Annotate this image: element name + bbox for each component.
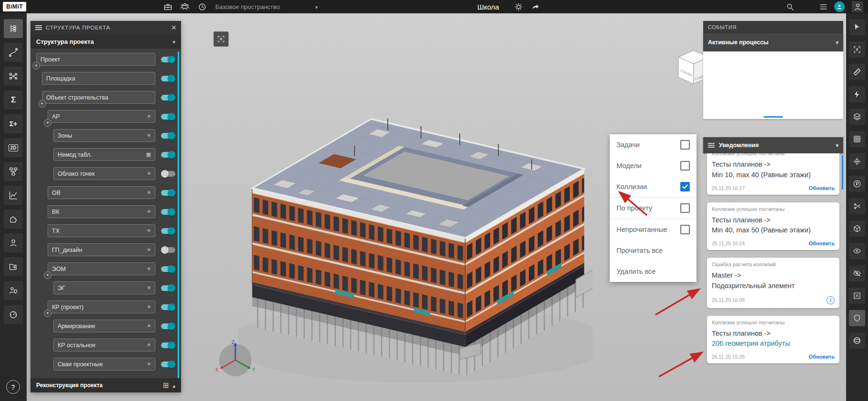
toolbox-button[interactable] xyxy=(162,1,173,12)
settings-button[interactable] xyxy=(513,1,524,12)
tree-node[interactable]: ЭОМ xyxy=(48,262,155,275)
close-icon[interactable] xyxy=(171,23,176,32)
zoom-extents-button[interactable] xyxy=(213,31,229,47)
tree-node[interactable]: Сваи проектные xyxy=(53,358,155,371)
help-button[interactable]: ? xyxy=(6,380,20,394)
refresh-link[interactable]: Обновить xyxy=(809,241,835,246)
visibility-toggle[interactable] xyxy=(161,266,175,272)
tool-sphere[interactable] xyxy=(849,332,865,349)
tool-dashboard[interactable] xyxy=(4,305,23,324)
visibility-toggle[interactable] xyxy=(161,285,175,291)
notifications-filter-icon[interactable] xyxy=(708,143,715,148)
checkbox[interactable] xyxy=(680,203,690,213)
menu-item-delete-all[interactable]: Удалить все xyxy=(610,261,696,282)
tree-node[interactable]: КР остальное xyxy=(53,339,155,351)
tree-node[interactable]: ВК xyxy=(48,205,155,218)
visibility-toggle[interactable] xyxy=(161,247,175,253)
visibility-toggle[interactable] xyxy=(161,114,175,120)
reconstruction-section[interactable]: Реконструкция проекта xyxy=(30,378,181,392)
expand-icon[interactable] xyxy=(32,62,40,70)
menu-item-mark-all-read[interactable]: Прочитать все xyxy=(610,240,696,261)
tree-node[interactable]: Немод.табл. xyxy=(53,148,155,161)
menu-item-by-project[interactable]: По проекту xyxy=(610,198,696,219)
info-icon[interactable] xyxy=(827,296,835,304)
tool-user-location[interactable] xyxy=(4,281,23,300)
tree-node[interactable]: АР xyxy=(48,110,155,123)
visibility-toggle[interactable] xyxy=(161,323,175,329)
section-header[interactable]: Структура проекта xyxy=(30,34,181,49)
visibility-toggle[interactable] xyxy=(161,95,175,100)
checkbox[interactable] xyxy=(680,225,690,234)
tool-sigma[interactable]: Σ xyxy=(4,90,23,110)
tree-node[interactable]: ГП_дизайн xyxy=(48,243,155,256)
refresh-link[interactable]: Обновить xyxy=(809,185,835,191)
tool-hide[interactable] xyxy=(849,265,865,281)
notification-card[interactable]: Ошибка расчета коллизий Master -> Подозр… xyxy=(707,258,839,308)
menu-item-models[interactable]: Модели xyxy=(610,155,696,176)
tool-view-2d[interactable]: 2D xyxy=(4,138,23,157)
tool-spline[interactable] xyxy=(4,43,23,62)
tool-flash[interactable] xyxy=(849,86,865,102)
axis-gizmo[interactable]: Z X Y xyxy=(213,338,257,382)
tool-graph[interactable] xyxy=(4,186,23,205)
menu-item-collisions[interactable]: Коллизии xyxy=(610,176,696,197)
tool-section[interactable] xyxy=(849,198,865,214)
visibility-toggle[interactable] xyxy=(161,133,175,139)
tool-share-folder[interactable] xyxy=(4,257,23,276)
school-3d-model[interactable] xyxy=(238,89,593,393)
tree-node[interactable]: ОВ xyxy=(48,186,155,199)
tool-remove-box[interactable] xyxy=(849,288,865,304)
checkbox[interactable] xyxy=(680,182,690,191)
tool-scheme[interactable] xyxy=(4,162,23,181)
panel-scrollbar[interactable] xyxy=(178,51,179,385)
visibility-toggle[interactable] xyxy=(161,171,175,177)
tool-show[interactable] xyxy=(849,243,865,259)
tool-layers[interactable] xyxy=(849,109,865,125)
visibility-toggle[interactable] xyxy=(161,152,175,158)
panel-menu-icon[interactable] xyxy=(35,25,42,30)
horizontal-scrollbar[interactable] xyxy=(764,116,783,118)
tool-grid[interactable] xyxy=(849,131,865,147)
visibility-toggle[interactable] xyxy=(161,190,175,196)
visibility-toggle[interactable] xyxy=(161,228,175,234)
notifications-header[interactable]: Уведомления xyxy=(703,137,843,153)
workspace-selector[interactable]: Базовое пространство xyxy=(215,0,318,13)
tree-node[interactable]: Армирование xyxy=(53,320,155,332)
checkbox[interactable] xyxy=(680,161,690,170)
share-button[interactable] xyxy=(530,1,541,12)
expand-icon[interactable] xyxy=(44,119,51,127)
team-button[interactable] xyxy=(179,1,191,12)
tool-plugins[interactable] xyxy=(4,210,23,229)
tool-fit-view[interactable] xyxy=(849,41,865,58)
expand-icon[interactable] xyxy=(38,100,46,108)
tool-user[interactable] xyxy=(4,233,23,252)
tool-shield[interactable] xyxy=(849,310,865,326)
app-logo[interactable]: BiMiT xyxy=(3,2,26,11)
notifications-scrollbar[interactable] xyxy=(842,155,843,190)
tree-node[interactable]: Проект xyxy=(36,53,155,66)
tool-clip-box[interactable] xyxy=(849,221,865,237)
tool-project-structure[interactable] xyxy=(4,19,23,38)
visibility-toggle[interactable] xyxy=(161,209,175,215)
tree-node[interactable]: Облако точек xyxy=(53,167,155,180)
tool-parking[interactable] xyxy=(849,176,865,192)
expand-icon[interactable] xyxy=(44,310,51,317)
visibility-toggle[interactable] xyxy=(161,57,175,62)
add-icon[interactable] xyxy=(163,381,169,390)
refresh-link[interactable]: Обновить xyxy=(809,354,835,360)
search-button[interactable] xyxy=(784,1,796,12)
tool-sigma-plus[interactable]: Σ+ xyxy=(4,114,23,133)
tool-ruler[interactable] xyxy=(849,64,865,80)
notification-card[interactable]: Коллизии успешно посчитаны Тесты плагино… xyxy=(707,153,839,195)
active-processes-header[interactable]: Активные процессы xyxy=(703,33,843,51)
tree-node[interactable]: ЭГ xyxy=(53,281,155,294)
tree-node[interactable]: КР (проект) xyxy=(48,301,155,313)
tool-locate[interactable] xyxy=(849,153,865,170)
notification-card[interactable]: Коллизии успешно посчитаны Тесты плагино… xyxy=(707,316,839,364)
tree-node[interactable]: ТХ xyxy=(48,224,155,237)
user-button[interactable] xyxy=(852,1,863,12)
menu-item-unread[interactable]: Непрочитанные xyxy=(610,219,696,240)
menu-item-tasks[interactable]: Задачи xyxy=(610,134,696,155)
tool-clash-check[interactable] xyxy=(4,67,23,86)
notification-card[interactable]: Коллизии успешно посчитаны Тесты плагино… xyxy=(707,202,839,251)
